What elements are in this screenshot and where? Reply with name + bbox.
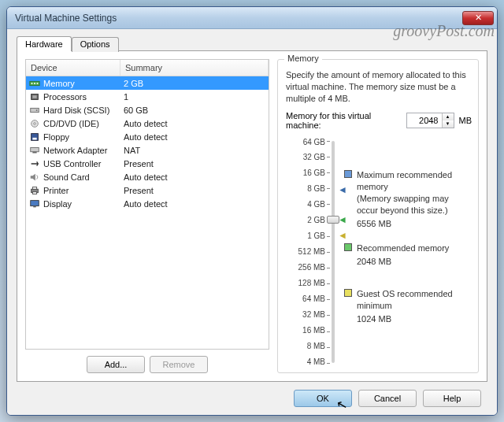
svg-rect-6 <box>31 108 39 112</box>
legend-min-label: Guest OS recommended minimum <box>357 288 472 312</box>
spin-up-icon[interactable]: ▲ <box>443 113 454 120</box>
svg-rect-11 <box>32 137 36 139</box>
tab-options[interactable]: Options <box>72 37 119 52</box>
svg-rect-13 <box>32 151 36 153</box>
device-name: USB Controller <box>43 159 120 168</box>
device-name: Sound Card <box>43 172 120 182</box>
svg-rect-16 <box>32 191 36 194</box>
cancel-button[interactable]: Cancel <box>358 390 417 407</box>
device-summary: Present <box>120 186 269 195</box>
scale-label: 128 MB <box>298 279 325 287</box>
device-row[interactable]: Network AdapterNAT <box>26 143 269 157</box>
scale-label: 8 MB <box>298 342 325 350</box>
memory-body: 64 GB32 GB16 GB8 GB4 GB2 GB1 GB512 MB256… <box>286 138 472 366</box>
device-name: Processors <box>43 92 120 102</box>
svg-rect-15 <box>32 187 36 189</box>
memory-icon <box>28 78 41 89</box>
svg-rect-3 <box>37 83 39 84</box>
col-summary[interactable]: Summary <box>120 60 269 76</box>
memory-spinner[interactable]: ▲ ▼ <box>406 113 454 128</box>
memory-input-row: Memory for this virtual machine: ▲ ▼ MB <box>286 111 472 130</box>
tab-hardware[interactable]: Hardware <box>17 36 72 51</box>
footer-buttons: OK Cancel Help <box>17 382 487 407</box>
scale-label: 1 GB <box>298 231 325 240</box>
legend-max-label: Maximum recommended memory <box>357 169 472 193</box>
device-name: Hard Disk (SCSI) <box>43 106 120 115</box>
device-name: Printer <box>43 186 120 195</box>
device-row[interactable]: DisplayAuto detect <box>26 197 269 210</box>
svg-rect-1 <box>32 83 33 84</box>
device-row[interactable]: Processors1 <box>26 90 269 103</box>
svg-point-9 <box>34 122 36 124</box>
legend-max: Maximum recommended memory (Memory swapp… <box>344 169 472 229</box>
scale-label: 32 MB <box>298 310 325 319</box>
square-blue-icon <box>344 170 352 178</box>
hdd-icon <box>28 105 41 116</box>
window-title: Virtual Machine Settings <box>15 13 462 24</box>
svg-rect-17 <box>31 200 39 205</box>
device-name: Display <box>43 199 120 209</box>
display-icon <box>28 198 41 209</box>
device-row[interactable]: CD/DVD (IDE)Auto detect <box>26 117 269 130</box>
device-summary: Auto detect <box>120 132 269 142</box>
scale-label: 4 MB <box>298 357 325 366</box>
remove-button[interactable]: Remove <box>150 356 208 373</box>
floppy-icon <box>28 131 41 143</box>
slider-ticks <box>327 141 330 363</box>
square-green-icon <box>344 243 352 251</box>
scale-label: 32 GB <box>298 153 325 161</box>
device-row[interactable]: USB ControllerPresent <box>26 157 269 170</box>
legend-rec-label: Recommended memory <box>357 242 449 254</box>
device-name: Memory <box>43 79 120 88</box>
memory-group-label: Memory <box>284 54 322 63</box>
cd-icon <box>28 118 41 129</box>
list-header: Device Summary <box>26 60 269 76</box>
ok-button[interactable]: OK <box>294 390 352 407</box>
legend-rec: Recommended memory 2048 MB <box>344 242 449 268</box>
device-row[interactable]: FloppyAuto detect <box>26 130 269 143</box>
device-row[interactable]: Memory2 GB <box>26 76 269 90</box>
scale-label: 16 MB <box>298 326 325 335</box>
hardware-left: Device Summary Memory2 GBProcessors1Hard… <box>25 59 269 373</box>
cpu-icon <box>28 91 41 102</box>
device-summary: 2 GB <box>120 79 269 88</box>
device-summary: 1 <box>120 92 269 102</box>
hardware-right: Memory Specify the amount of memory allo… <box>277 59 479 373</box>
device-summary: Auto detect <box>120 199 269 209</box>
settings-window: Virtual Machine Settings ✕ Hardware Opti… <box>6 6 498 416</box>
square-yellow-icon <box>344 289 352 297</box>
usb-icon <box>28 158 41 169</box>
device-name: CD/DVD (IDE) <box>43 119 120 128</box>
device-list: Device Summary Memory2 GBProcessors1Hard… <box>25 59 269 350</box>
add-button[interactable]: Add... <box>87 356 145 373</box>
titlebar[interactable]: Virtual Machine Settings ✕ <box>7 7 497 29</box>
spin-down-icon[interactable]: ▼ <box>443 120 454 128</box>
svg-rect-2 <box>34 83 35 84</box>
help-button[interactable]: Help <box>423 390 481 407</box>
legend-rec-value: 2048 MB <box>357 256 449 268</box>
memory-scale: 64 GB32 GB16 GB8 GB4 GB2 GB1 GB512 MB256… <box>286 138 341 366</box>
printer-icon <box>28 185 41 196</box>
device-name: Network Adapter <box>43 146 120 155</box>
close-button[interactable]: ✕ <box>462 11 494 25</box>
device-row[interactable]: Sound CardAuto detect <box>26 170 269 183</box>
legend-min-value: 1024 MB <box>357 313 472 325</box>
scale-label: 64 MB <box>298 294 325 303</box>
memory-input[interactable] <box>407 114 442 127</box>
legend-max-sub: (Memory swapping may occur beyond this s… <box>357 193 472 217</box>
memory-group: Memory Specify the amount of memory allo… <box>277 59 479 373</box>
sound-icon <box>28 172 41 183</box>
legend-max-value: 6556 MB <box>357 218 472 230</box>
memory-desc: Specify the amount of memory allocated t… <box>286 69 472 105</box>
svg-rect-5 <box>32 95 36 98</box>
scale-label: 8 GB <box>298 184 325 193</box>
device-row[interactable]: Hard Disk (SCSI)60 GB <box>26 103 269 117</box>
svg-rect-12 <box>31 147 39 151</box>
device-row[interactable]: PrinterPresent <box>26 183 269 197</box>
col-device[interactable]: Device <box>26 60 120 76</box>
memory-input-label: Memory for this virtual machine: <box>286 111 397 130</box>
scale-label: 64 GB <box>298 138 325 146</box>
tabstrip: Hardware Options <box>17 35 487 50</box>
slider-track[interactable] <box>332 141 335 363</box>
device-summary: NAT <box>120 146 269 155</box>
